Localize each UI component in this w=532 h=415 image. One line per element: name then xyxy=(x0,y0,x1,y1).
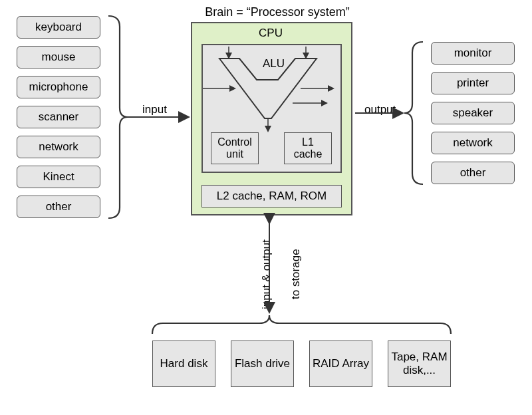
input-device-kinect: Kinect xyxy=(17,166,100,188)
cpu-label: CPU xyxy=(257,27,284,40)
storage-arrow-label-to: to storage xyxy=(289,249,303,299)
input-device-mouse: mouse xyxy=(17,46,100,69)
control-unit-box: Control unit xyxy=(211,132,259,164)
storage-tape: Tape, RAM disk,... xyxy=(388,341,451,387)
storage-flash-drive: Flash drive xyxy=(231,341,294,387)
output-device-speaker: speaker xyxy=(431,102,515,124)
input-arrow-label: input xyxy=(142,103,167,116)
alu-label: ALU xyxy=(263,57,289,70)
output-device-printer: printer xyxy=(431,72,515,94)
input-device-other: other xyxy=(17,196,100,218)
storage-arrow-label-io: input & output xyxy=(260,239,273,309)
diagram-title: Brain = “Processor system” xyxy=(194,5,360,19)
input-device-network: network xyxy=(17,136,100,158)
l1-cache-box: L1 cache xyxy=(284,132,332,164)
output-arrow-label: output xyxy=(364,103,396,116)
output-device-monitor: monitor xyxy=(431,42,515,65)
storage-raid-array: RAID Array xyxy=(309,341,372,387)
memory-box: L2 cache, RAM, ROM xyxy=(201,185,342,208)
storage-hard-disk: Hard disk xyxy=(152,341,215,387)
output-device-other: other xyxy=(431,162,515,184)
input-device-microphone: microphone xyxy=(17,76,100,98)
input-device-keyboard: keyboard xyxy=(17,16,100,39)
output-device-network: network xyxy=(431,132,515,154)
input-device-scanner: scanner xyxy=(17,106,100,128)
